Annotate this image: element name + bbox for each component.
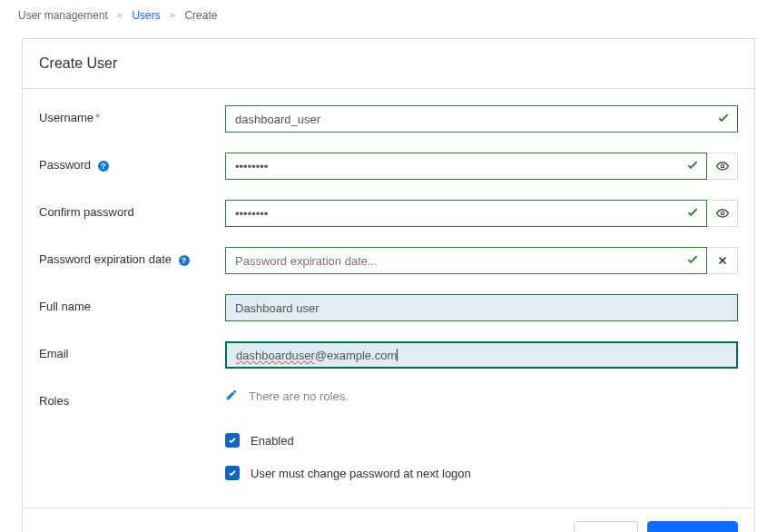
panel-footer: Cancel Create User	[23, 507, 754, 532]
eye-icon	[716, 160, 729, 172]
required-star-icon: *	[95, 111, 100, 124]
change-password-label: User must change password at next logon	[251, 467, 471, 480]
x-icon	[716, 254, 729, 267]
full-name-label: Full name	[39, 294, 225, 313]
breadcrumb-root: User management	[18, 9, 108, 22]
confirm-password-input[interactable]	[225, 200, 707, 227]
panel-title: Create User	[39, 55, 738, 72]
eye-icon	[716, 207, 729, 220]
email-label: Email	[39, 341, 225, 360]
change-password-checkbox[interactable]	[225, 466, 240, 480]
password-row: Password ?	[39, 153, 738, 180]
change-password-checkbox-row: User must change password at next logon	[39, 466, 738, 480]
roles-label: Roles	[39, 389, 225, 408]
roles-empty-text: There are no roles.	[249, 389, 349, 403]
check-icon	[228, 468, 237, 478]
toggle-confirm-password-visibility-button[interactable]	[707, 200, 738, 227]
full-name-input[interactable]	[225, 294, 738, 321]
panel-body: Username* Password ?	[23, 89, 754, 507]
toggle-password-visibility-button[interactable]	[707, 153, 738, 180]
email-input[interactable]: dashboarduser@example.com	[225, 341, 738, 369]
username-input[interactable]	[225, 105, 738, 133]
expiration-input[interactable]	[225, 247, 707, 274]
password-input[interactable]	[225, 153, 707, 180]
clear-expiration-button[interactable]	[707, 247, 738, 274]
chevron-icon	[169, 11, 176, 21]
password-label: Password ?	[39, 153, 225, 172]
breadcrumb-current: Create	[184, 9, 217, 22]
username-row: Username*	[39, 105, 738, 133]
check-icon	[228, 436, 237, 445]
full-name-row: Full name	[39, 294, 738, 321]
chevron-icon	[116, 11, 123, 21]
help-icon[interactable]: ?	[98, 161, 109, 172]
help-icon[interactable]: ?	[179, 255, 190, 266]
svg-point-1	[721, 212, 724, 215]
panel-header: Create User	[23, 39, 754, 89]
roles-row: Roles There are no roles.	[39, 389, 738, 408]
enabled-checkbox-row: Enabled	[39, 433, 738, 448]
confirm-password-row: Confirm password	[39, 200, 738, 227]
enabled-checkbox[interactable]	[225, 433, 240, 448]
enabled-label: Enabled	[251, 434, 294, 448]
expiration-row: Password expiration date ?	[39, 247, 738, 274]
breadcrumb-users-link[interactable]: Users	[132, 9, 160, 22]
create-user-button[interactable]: Create User	[647, 521, 738, 532]
svg-point-0	[721, 164, 724, 168]
create-user-panel: Create User Username* Password ?	[22, 38, 755, 532]
confirm-password-label: Confirm password	[39, 200, 225, 219]
cancel-button[interactable]: Cancel	[574, 521, 637, 532]
username-label: Username*	[39, 105, 225, 124]
pencil-icon	[225, 389, 238, 401]
breadcrumb: User management Users Create	[0, 0, 777, 31]
email-row: Email dashboarduser@example.com	[39, 341, 738, 369]
edit-roles-button[interactable]	[225, 389, 238, 404]
expiration-label: Password expiration date ?	[39, 247, 225, 266]
